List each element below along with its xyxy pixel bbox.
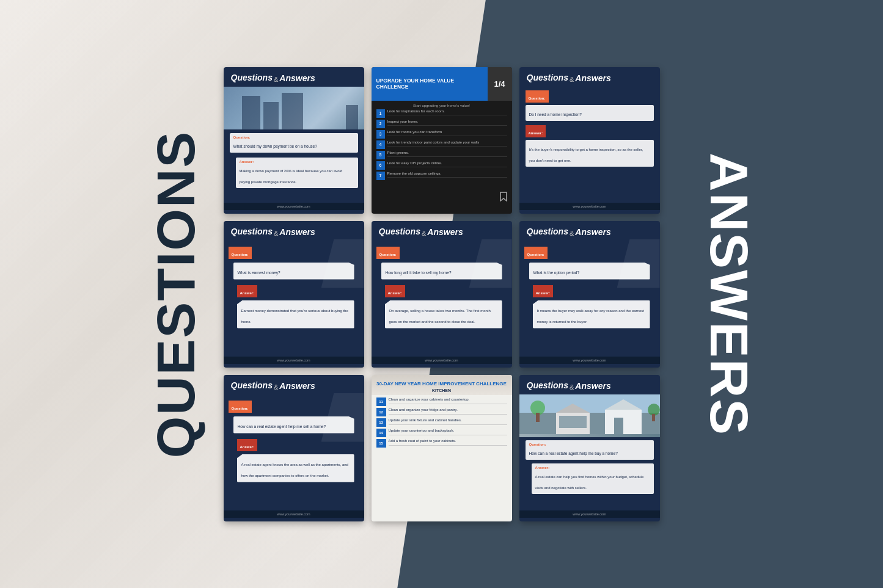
card-3-title: Questions: [527, 73, 568, 82]
item-num: 4: [376, 140, 385, 149]
card-2-title: UPGRADE YOUR HOME VALUE CHALLENGE: [376, 78, 483, 90]
card-7-speech-q: How can a real estate agent help me sell…: [233, 416, 354, 434]
card-4-amp: &: [274, 230, 278, 237]
item-num: 2: [376, 120, 385, 128]
card-4: Questions & Answers Question: What is ea…: [224, 221, 364, 368]
card-7-q-label: Question:: [232, 407, 249, 410]
card-6-title: Questions: [527, 227, 568, 236]
card-1-a-text: Making a down payment of 20% is ideal be…: [240, 169, 343, 184]
item-text: Clean and organize your cabinets and cou…: [389, 397, 507, 404]
item-num: 12: [376, 408, 386, 416]
card-7-a-tab: Answer:: [237, 439, 258, 451]
card-9-title2: Answers: [575, 381, 610, 391]
list-item: 4 Look for trendy indoor paint colors an…: [376, 140, 507, 149]
list-item: 12 Clean and organize your fridge and pa…: [376, 408, 507, 416]
card-4-a-text: Earnest money demonstrated that you're s…: [241, 309, 348, 324]
item-num: 6: [376, 161, 385, 170]
card-6-speech-q: What is the option period?: [529, 263, 650, 280]
card-2-badge-num: 1/4: [494, 79, 505, 89]
card-5-title: Questions: [379, 227, 420, 236]
list-item: 6 Look for easy DIY projects online.: [376, 161, 507, 170]
card-9-q-text: How can a real estate agent help me buy …: [529, 451, 618, 456]
card-7-footer: www.yourwebsite.com: [224, 510, 364, 518]
card-5-amp: &: [422, 230, 426, 237]
card-9-footer: www.yourwebsite.com: [519, 510, 660, 518]
card-7-header: Questions & Answers: [224, 375, 364, 394]
card-3-title2: Answers: [575, 73, 610, 83]
card-3-a-label: Answer:: [529, 131, 543, 135]
card-6-a-tab: Answer:: [533, 285, 554, 297]
card-3: Questions & Answers Question: Do I need …: [519, 67, 660, 214]
card-7-a-text: A real estate agent knows the area as we…: [241, 463, 348, 477]
card-2-subtitle: Start upgrading your home's value!: [372, 101, 512, 109]
svg-rect-5: [614, 418, 623, 434]
card-1-answer-box: Answer: Making a down payment of 20% is …: [236, 158, 358, 188]
card-3-header: Questions & Answers: [519, 67, 660, 87]
card-8: 30-DAY NEW YEAR HOME IMPROVEMENT CHALLEN…: [372, 375, 512, 521]
list-item: 3 Look for rooms you can transform: [376, 130, 507, 139]
card-3-q-label: Question:: [529, 96, 546, 100]
card-5-header: Questions & Answers: [372, 221, 512, 241]
card-7-title2: Answers: [279, 381, 315, 391]
cards-grid: Questions & Answers Question: What shoul…: [224, 67, 660, 521]
card-3-q-tab: Question:: [526, 90, 549, 103]
card-1-question-box: Question: What should my down payment be…: [230, 133, 358, 153]
card-1-amp: &: [274, 76, 278, 83]
item-text: Update your sink fixture and cabinet han…: [389, 418, 507, 425]
questions-text: QUESTIONS: [145, 130, 207, 457]
item-text: Look for easy DIY projects online.: [387, 161, 507, 168]
card-6-title2: Answers: [575, 227, 610, 237]
bookmark-icon: [500, 192, 507, 201]
card-9-a-label: Answer:: [535, 466, 650, 470]
item-num: 15: [376, 439, 386, 448]
card-7-speech-a: A real estate agent knows the area as we…: [237, 454, 354, 482]
card-6-speech-a: It means the buyer may walk away for any…: [533, 300, 650, 328]
item-text: Inspect your home.: [387, 120, 507, 126]
item-num: 1: [376, 109, 385, 118]
card-6-a-label: Answer:: [536, 291, 551, 295]
list-item: 13 Update your sink fixture and cabinet …: [376, 418, 507, 427]
answers-text: ANSWERS: [698, 153, 760, 436]
card-8-header: 30-DAY NEW YEAR HOME IMPROVEMENT CHALLEN…: [372, 375, 512, 395]
card-3-q-text: Do I need a home inspection?: [529, 112, 582, 117]
card-5-a-tab: Answer:: [385, 285, 406, 297]
item-text: Remove the old popcorn ceilings.: [387, 172, 507, 178]
card-6: Questions & Answers Question: What is th…: [519, 221, 660, 368]
list-item: 14 Update your countertop and backsplash…: [376, 429, 507, 437]
card-4-title2: Answers: [279, 227, 315, 237]
card-6-amp: &: [570, 230, 574, 237]
card-1-title2: Answers: [279, 73, 315, 83]
building-photo: [224, 87, 364, 129]
card-7: Questions & Answers Question: How can a …: [224, 375, 364, 521]
card-4-footer: www.yourwebsite.com: [224, 357, 364, 364]
item-num: 3: [376, 130, 385, 139]
card-4-speech-q: What is earnest money?: [233, 263, 354, 280]
house-photo: [519, 394, 660, 437]
card-7-amp: &: [274, 383, 278, 391]
card-1: Questions & Answers Question: What shoul…: [224, 67, 364, 214]
item-num: 5: [376, 151, 385, 159]
item-text: Look for rooms you can transform: [387, 130, 507, 137]
card-5-q-tab: Question:: [376, 247, 400, 259]
card-1-a-label: Answer:: [240, 160, 354, 164]
card-5-q-label: Question:: [379, 253, 397, 256]
card-7-title: Questions: [231, 381, 273, 390]
list-item: 2 Inspect your home.: [376, 120, 507, 128]
card-5-speech-a: On average, selling a house takes two mo…: [385, 300, 502, 328]
card-3-a-tab: Answer:: [526, 125, 546, 137]
card-1-image: [224, 87, 364, 129]
card-5-title2: Answers: [427, 227, 463, 237]
item-num: 7: [376, 172, 385, 180]
svg-rect-10: [536, 413, 540, 422]
card-8-subtitle: KITCHEN: [376, 388, 507, 393]
card-2-badge: 1/4: [488, 67, 512, 101]
item-text: Clean and organize your fridge and pantr…: [389, 408, 507, 415]
card-1-header: Questions & Answers: [224, 67, 364, 87]
card-5: Questions & Answers Question: How long w…: [372, 221, 512, 368]
card-4-header: Questions & Answers: [224, 221, 364, 241]
card-2-list: 1 Look for inspirations for each room. 2…: [372, 109, 512, 180]
card-6-q-text: What is the option period?: [533, 270, 580, 275]
item-text: Look for trendy indoor paint colors and …: [387, 140, 507, 147]
card-4-a-tab: Answer:: [237, 285, 258, 297]
building-shape-2: [263, 102, 279, 129]
